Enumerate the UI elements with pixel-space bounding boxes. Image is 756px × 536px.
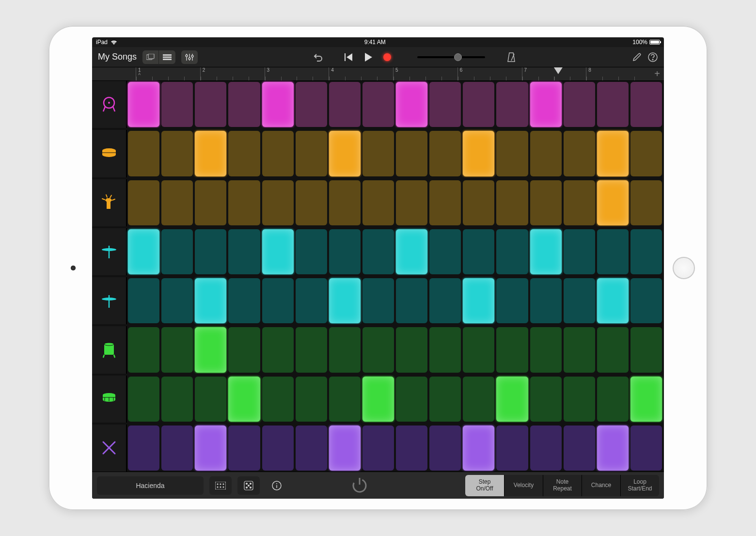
step-tom-16[interactable] (630, 327, 662, 372)
step-kick-13[interactable] (530, 82, 562, 127)
step-percussion-5[interactable] (262, 377, 294, 422)
step-kick-2[interactable] (161, 82, 193, 127)
step-clap-9[interactable] (396, 180, 427, 225)
step-snare-6[interactable] (296, 131, 327, 176)
step-tom-6[interactable] (296, 327, 327, 372)
step-snare-10[interactable] (429, 131, 461, 176)
step-clap-5[interactable] (262, 180, 294, 225)
ruler-bar-5[interactable]: 5 (393, 67, 457, 80)
step-clap-12[interactable] (496, 180, 528, 225)
step-closed-hat-11[interactable] (463, 229, 494, 274)
step-sticks-16[interactable] (630, 426, 662, 471)
ruler-bar-7[interactable]: 7 (522, 67, 586, 80)
step-percussion-11[interactable] (463, 377, 494, 422)
step-kick-9[interactable] (396, 82, 427, 127)
open-hat-icon[interactable] (92, 277, 127, 324)
step-snare-9[interactable] (396, 131, 427, 176)
closed-hat-icon[interactable] (92, 228, 127, 275)
step-kick-4[interactable] (228, 82, 260, 127)
step-percussion-9[interactable] (396, 377, 427, 422)
back-button[interactable]: My Songs (98, 52, 137, 62)
play-button[interactable] (364, 53, 373, 62)
step-sticks-6[interactable] (296, 426, 327, 471)
settings-button[interactable] (631, 52, 642, 63)
ruler-bar-4[interactable]: 4 (329, 67, 393, 80)
step-kick-8[interactable] (362, 82, 394, 127)
step-snare-12[interactable] (496, 131, 528, 176)
step-percussion-12[interactable] (496, 377, 528, 422)
browser-button[interactable] (142, 50, 159, 64)
step-clap-10[interactable] (429, 180, 461, 225)
step-snare-11[interactable] (463, 131, 494, 176)
step-kick-5[interactable] (262, 82, 294, 127)
step-open-hat-9[interactable] (396, 278, 427, 323)
step-tom-12[interactable] (496, 327, 528, 372)
mixer-button[interactable] (181, 50, 198, 64)
mode-velocity[interactable]: Velocity (504, 475, 543, 496)
step-closed-hat-8[interactable] (362, 229, 394, 274)
step-snare-2[interactable] (161, 131, 193, 176)
step-sticks-9[interactable] (396, 426, 427, 471)
step-clap-15[interactable] (597, 180, 629, 225)
step-clap-4[interactable] (228, 180, 260, 225)
step-sticks-14[interactable] (564, 426, 595, 471)
step-closed-hat-3[interactable] (195, 229, 226, 274)
step-tom-8[interactable] (362, 327, 394, 372)
step-open-hat-6[interactable] (296, 278, 327, 323)
ruler-bar-1[interactable]: 1A (136, 67, 200, 80)
step-kick-12[interactable] (496, 82, 528, 127)
step-sticks-8[interactable] (362, 426, 394, 471)
step-snare-13[interactable] (530, 131, 562, 176)
step-sticks-12[interactable] (496, 426, 528, 471)
home-button[interactable] (673, 257, 695, 279)
step-clap-3[interactable] (195, 180, 226, 225)
step-percussion-10[interactable] (429, 377, 461, 422)
preset-selector[interactable]: Hacienda (97, 476, 204, 495)
step-percussion-8[interactable] (362, 377, 394, 422)
step-kick-7[interactable] (329, 82, 361, 127)
step-open-hat-16[interactable] (630, 278, 662, 323)
step-percussion-13[interactable] (530, 377, 562, 422)
step-open-hat-3[interactable] (195, 278, 226, 323)
step-sticks-2[interactable] (161, 426, 193, 471)
step-open-hat-14[interactable] (564, 278, 595, 323)
randomize-button[interactable] (237, 476, 260, 495)
step-clap-16[interactable] (630, 180, 662, 225)
step-open-hat-11[interactable] (463, 278, 494, 323)
step-kick-16[interactable] (630, 82, 662, 127)
step-open-hat-10[interactable] (429, 278, 461, 323)
step-tom-11[interactable] (463, 327, 494, 372)
step-closed-hat-13[interactable] (530, 229, 562, 274)
step-sticks-11[interactable] (463, 426, 494, 471)
kick-icon[interactable] (92, 81, 127, 128)
mode-step-on-off[interactable]: StepOn/Off (465, 475, 504, 496)
step-open-hat-13[interactable] (530, 278, 562, 323)
ruler[interactable]: 1A2345678 (136, 67, 650, 80)
step-sticks-5[interactable] (262, 426, 294, 471)
step-open-hat-12[interactable] (496, 278, 528, 323)
step-closed-hat-2[interactable] (161, 229, 193, 274)
step-tom-3[interactable] (195, 327, 226, 372)
record-button[interactable] (383, 53, 391, 61)
step-closed-hat-5[interactable] (262, 229, 294, 274)
step-snare-1[interactable] (128, 131, 159, 176)
step-tom-15[interactable] (597, 327, 629, 372)
step-kick-15[interactable] (597, 82, 629, 127)
step-open-hat-2[interactable] (161, 278, 193, 323)
step-tom-13[interactable] (530, 327, 562, 372)
help-button[interactable] (647, 52, 658, 63)
power-button[interactable] (350, 475, 369, 496)
step-sticks-10[interactable] (429, 426, 461, 471)
tom-icon[interactable] (92, 326, 127, 373)
clap-icon[interactable] (92, 179, 127, 226)
pattern-select-button[interactable] (209, 476, 232, 495)
undo-button[interactable] (313, 53, 323, 62)
step-closed-hat-4[interactable] (228, 229, 260, 274)
step-open-hat-5[interactable] (262, 278, 294, 323)
step-percussion-14[interactable] (564, 377, 595, 422)
mode-loop-start-end[interactable]: LoopStart/End (620, 475, 659, 496)
step-sticks-15[interactable] (597, 426, 629, 471)
sticks-icon[interactable] (92, 425, 127, 472)
step-percussion-1[interactable] (128, 377, 159, 422)
step-tom-2[interactable] (161, 327, 193, 372)
